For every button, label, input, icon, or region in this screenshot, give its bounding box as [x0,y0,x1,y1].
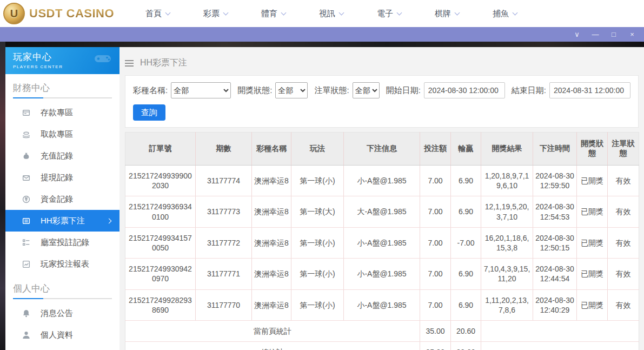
gamepad-icon [94,52,112,65]
table-cell: 小-A盤@1.985 [344,227,420,258]
chevron-down-icon [223,10,229,15]
table-cell: 6.90 [451,289,481,320]
table-cell: 7.00 [420,259,451,289]
sidebar-item-recharge[interactable]: 充值記錄 [5,145,119,167]
column-header: 開獎結果 [481,133,533,166]
table-cell: 2024-08-30 12:54:53 [533,196,577,227]
order-status-select[interactable]: 全部 [353,82,380,98]
table-cell: 7.00 [420,166,451,196]
sidebar-item-withdraw[interactable]: 取款專區 [5,123,119,145]
button-row: 查詢 [133,104,630,121]
table-cell: 澳洲幸运8 [252,289,291,320]
nav-item-label: 捕魚 [493,9,509,19]
nav-item-1[interactable]: 首頁 [145,9,170,19]
top-nav: 首頁彩票體育視訊電子棋牌捕魚 [145,9,517,19]
summary-winloss-total: 20.60 [451,342,481,350]
sidebar-item-deposit[interactable]: 存款專區 [5,102,119,123]
nav-item-4[interactable]: 視訊 [319,9,343,19]
sidebar-item-label: 消息公告 [41,308,73,319]
maximize-icon[interactable]: □ [608,27,619,42]
table-cell: 6.90 [451,196,481,227]
nav-item-7[interactable]: 捕魚 [493,9,517,19]
end-date-input[interactable] [549,82,630,98]
chevron-down-icon[interactable]: ∨ [572,27,582,42]
summary-empty-cell [481,320,639,341]
table-cell: 有效 [608,259,639,289]
nav-item-6[interactable]: 棋牌 [435,9,459,19]
table-row: 215217249936934010031177773澳洲幸运8第一球(大)大-… [125,196,639,227]
main-content: HH彩票下注 彩種名稱: 全部 開獎狀態: 全部 注單狀態: 全部 開始日期: … [119,47,644,350]
start-date-label: 開始日期: [386,85,421,96]
sidebar-item-lottery[interactable]: HH彩票下注 [5,210,119,232]
table-cell: 有效 [608,227,639,258]
sidebar-item-label: 取款專區 [41,129,73,140]
nav-item-5[interactable]: 電子 [377,9,401,19]
table-cell: 7.00 [420,196,451,227]
nav-item-3[interactable]: 體育 [261,9,286,19]
table-cell: 2024-08-30 12:59:50 [533,166,577,196]
table-cell: 7.00 [420,289,451,320]
lottery-icon [22,216,31,226]
search-button[interactable]: 查詢 [133,104,165,121]
summary-row: 當前頁統計35.0020.60 [125,320,639,341]
chevron-down-icon [513,10,518,15]
background-image-strip [0,42,5,350]
column-header: 玩法 [291,133,344,166]
nav-item-label: 視訊 [319,9,335,19]
end-date-label: 結束日期: [512,85,546,96]
user-icon [22,331,31,340]
chevron-down-icon [397,10,402,15]
nav-item-label: 體育 [261,9,277,19]
start-date-input[interactable] [424,82,505,98]
withdraw-icon [22,130,31,139]
sidebar-item-bell[interactable]: 消息公告 [5,302,119,324]
table-cell: 有效 [608,166,639,196]
table-row: 215217249934157005031177772澳洲幸运8第一球(小)小-… [125,227,639,258]
column-header: 輸贏 [451,133,481,166]
table-cell: 6.90 [451,259,481,289]
sidebar-item-label: 存款專區 [41,108,73,118]
table-cell: 有效 [608,289,639,320]
draw-status-label: 開獎狀態: [237,85,272,96]
logo[interactable]: U USDT CASINO [0,3,122,24]
minimize-icon[interactable]: — [590,27,601,42]
sidebar-item-label: 廳室投註記錄 [41,237,89,248]
sidebar-item-hall[interactable]: 廳室投註記錄 [5,232,119,253]
table-cell: 澳洲幸运8 [252,259,291,289]
filter-panel: 彩種名稱: 全部 開獎狀態: 全部 注單狀態: 全部 開始日期: 結束日期: 查… [125,75,639,128]
close-icon[interactable]: × [627,27,638,42]
table-cell: 第一球(大) [291,196,344,227]
table-cell: 第一球(小) [291,166,344,196]
column-header: 開獎狀態 [577,133,608,166]
column-header: 期數 [196,133,252,166]
table-row: 215217249939900203031177774澳洲幸运8第一球(小)小-… [125,166,639,196]
table-cell: 7.00 [420,227,451,258]
sidebar-item-report[interactable]: 玩家投注報表 [5,253,119,275]
table-cell: 6.90 [451,166,481,196]
table-cell: -7.00 [451,227,481,258]
nav-item-label: 彩票 [203,9,220,19]
workspace: 玩家中心 PLAYERS CENTER 財務中心存款專區取款專區充值記錄提現記錄… [0,42,644,350]
lottery-name-select[interactable]: 全部 [171,82,231,98]
sidebar-item-label: HH彩票下注 [41,216,85,226]
table-cell: 有效 [608,196,639,227]
hamburger-icon[interactable] [125,63,134,64]
sidebar-item-cashout[interactable]: 提現記錄 [5,167,119,188]
lottery-name-label: 彩種名稱: [133,85,168,96]
sidebar-item-user[interactable]: 個人資料 [5,324,119,346]
chevron-down-icon [339,10,344,15]
table-cell: 澳洲幸运8 [252,166,291,196]
draw-status-select[interactable]: 全部 [275,82,308,98]
sidebar-item-funds[interactable]: 資金記錄 [5,188,119,210]
nav-item-2[interactable]: 彩票 [203,9,228,19]
summary-empty-cell [481,342,639,350]
deposit-icon [22,108,31,117]
report-icon [22,260,31,269]
summary-bet-total: 35.00 [420,342,451,350]
table-cell: 2152172499369340100 [125,196,196,227]
sidebar-item-label: 提現記錄 [41,173,73,183]
table-cell: 1,11,20,2,13,7,8,6 [481,289,533,320]
window-titlebar: ∨ — □ × [0,27,644,42]
table-cell: 大-A盤@1.985 [344,196,420,227]
table-cell: 小-A盤@1.985 [344,289,420,320]
